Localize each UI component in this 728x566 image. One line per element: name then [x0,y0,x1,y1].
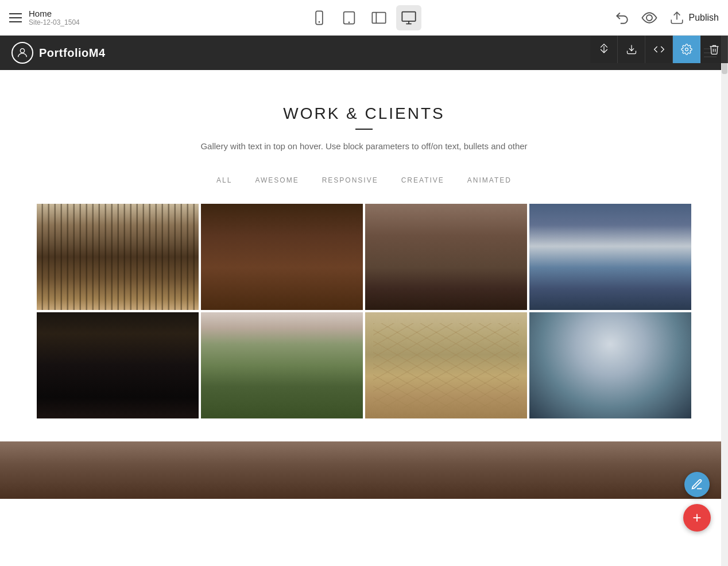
fab-container [683,472,711,532]
fab-add-button[interactable] [683,504,711,532]
section-description: Gallery with text in top on hover. Use b… [11,141,717,151]
gallery-item-landscape[interactable] [529,204,691,310]
top-toolbar: Home Site-12-03_1504 [0,0,728,36]
site-title: Home [29,9,80,18]
gallery-item-hills[interactable] [201,312,363,418]
publish-button[interactable]: Publish [669,10,719,25]
bottom-section-glimpse [0,441,728,499]
svg-rect-4 [372,12,385,23]
gallery-item-man[interactable] [365,204,527,310]
tablet-view-button[interactable] [336,5,362,30]
gallery-grid [37,204,691,418]
preview-button[interactable] [641,9,658,26]
mobile-view-button[interactable] [307,5,332,30]
toolbar-right: Publish [604,9,719,26]
block-reorder-button[interactable] [590,36,618,63]
logo-avatar [11,42,33,64]
toolbar-left: Home Site-12-03_1504 [9,9,124,26]
gallery-item-dark-figure[interactable] [37,312,199,418]
filter-tabs: ALL AWESOME RESPONSIVE CREATIVE ANIMATED [11,174,717,187]
logo-area: PortfolioM4 [11,42,106,64]
site-subtitle: Site-12-03_1504 [29,18,80,26]
sidebar-view-button[interactable] [366,5,392,30]
block-delete-button[interactable] [700,36,728,63]
device-switcher [124,5,604,30]
filter-awesome[interactable]: AWESOME [255,174,299,187]
site-info: Home Site-12-03_1504 [29,9,80,26]
logo-name: PortfolioM4 [39,46,106,60]
filter-creative[interactable]: CREATIVE [401,174,444,187]
svg-rect-6 [402,11,415,21]
block-download-button[interactable] [618,36,645,63]
block-toolbar [590,36,728,63]
svg-point-13 [685,48,688,51]
section-divider [355,129,373,130]
publish-label: Publish [689,13,719,23]
block-code-button[interactable] [645,36,673,63]
scrollbar[interactable] [721,0,728,566]
gallery-item-person-back[interactable] [529,312,691,418]
gallery-item-wood[interactable] [201,204,363,310]
main-content: WORK & CLIENTS Gallery with text in top … [0,70,728,441]
filter-animated[interactable]: ANIMATED [467,174,512,187]
section-title: WORK & CLIENTS [11,104,717,123]
fab-edit-button[interactable] [684,472,710,497]
undo-button[interactable] [614,10,629,25]
gallery-item-maps[interactable] [365,312,527,418]
hamburger-menu-icon[interactable] [9,13,22,22]
filter-responsive[interactable]: RESPONSIVE [322,174,378,187]
desktop-view-button[interactable] [396,5,421,30]
filter-all[interactable]: ALL [216,174,232,187]
block-settings-button[interactable] [673,36,700,63]
svg-point-9 [646,15,652,21]
svg-point-14 [20,49,24,53]
gallery-item-forest[interactable] [37,204,199,310]
